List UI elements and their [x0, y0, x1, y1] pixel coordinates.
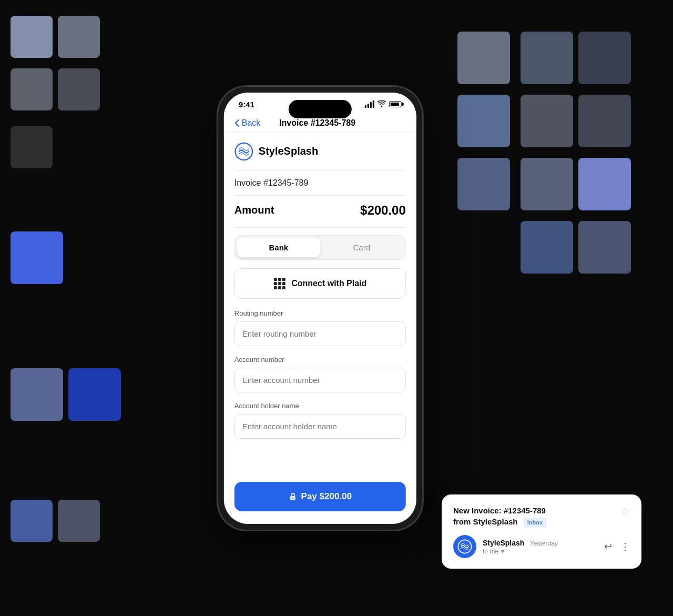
bg-square-8	[11, 500, 53, 542]
bg-square-6	[11, 368, 63, 421]
pay-button-label: Pay $200.00	[301, 491, 352, 502]
account-holder-label: Account holder name	[234, 402, 406, 410]
phone-device: 9:41	[218, 86, 423, 530]
bg-square-19	[521, 221, 573, 274]
sender-to: to me ▾	[483, 548, 598, 555]
account-number-input[interactable]	[234, 368, 406, 392]
svg-rect-7	[274, 286, 277, 289]
reply-icon[interactable]: ↩	[604, 541, 612, 552]
back-label: Back	[242, 118, 261, 128]
account-number-label: Account number	[234, 356, 406, 363]
phone-container: 9:41	[218, 86, 423, 530]
back-button[interactable]: Back	[234, 118, 261, 128]
inbox-badge: Inbox	[523, 518, 547, 528]
status-time: 9:41	[239, 100, 254, 109]
sender-info: StyleSplash Yesterday to me ▾	[483, 538, 598, 555]
star-icon[interactable]: ☆	[620, 505, 630, 518]
invoice-number: Invoice #12345-789	[234, 178, 406, 188]
plaid-icon	[273, 277, 286, 290]
bg-square-15	[578, 95, 631, 147]
svg-rect-9	[282, 286, 285, 289]
sender-avatar	[453, 535, 476, 558]
brand-name: StyleSplash	[259, 145, 318, 157]
bg-square-12	[578, 32, 631, 84]
svg-rect-1	[274, 278, 277, 281]
divider-2	[234, 195, 406, 196]
sender-logo	[457, 539, 472, 554]
email-notification-card: New Invoice: #12345-789from StyleSplash …	[442, 494, 641, 569]
bg-square-9	[58, 500, 100, 542]
svg-rect-6	[282, 282, 285, 285]
battery-icon	[389, 101, 402, 107]
bg-square-7	[68, 368, 121, 421]
lock-icon	[289, 492, 297, 501]
bg-square-16	[457, 158, 510, 210]
email-header: New Invoice: #12345-789from StyleSplash …	[453, 505, 630, 528]
svg-rect-5	[278, 282, 281, 285]
plaid-button-label: Connect with Plaid	[291, 279, 366, 288]
nav-title: Invoice #12345-789	[260, 118, 374, 128]
tab-bank[interactable]: Bank	[237, 238, 320, 257]
bg-square-0	[11, 16, 53, 58]
sender-time: Yesterday	[530, 540, 558, 547]
more-icon[interactable]: ⋮	[620, 541, 630, 552]
email-subject-wrapper: New Invoice: #12345-789from StyleSplash …	[453, 505, 552, 528]
bg-square-11	[521, 32, 573, 84]
plaid-connect-button[interactable]: Connect with Plaid	[234, 268, 406, 299]
bg-square-10	[457, 32, 510, 84]
bg-square-20	[578, 221, 631, 274]
bg-square-4	[11, 126, 53, 168]
wifi-icon	[378, 100, 386, 108]
bg-square-5	[11, 231, 63, 284]
payment-tabs: Bank Card	[234, 235, 406, 260]
divider-3	[234, 227, 406, 228]
email-subject: New Invoice: #12345-789from StyleSplash …	[453, 506, 547, 526]
routing-number-label: Routing number	[234, 309, 406, 317]
screen-content: StyleSplash Invoice #12345-789 Amount $2…	[224, 132, 416, 489]
email-actions: ↩ ⋮	[604, 541, 630, 552]
svg-rect-3	[282, 278, 285, 281]
phone-screen: 9:41	[224, 93, 416, 524]
bg-square-14	[521, 95, 573, 147]
pay-button[interactable]: Pay $200.00	[234, 482, 406, 511]
svg-rect-2	[278, 278, 281, 281]
bg-square-17	[521, 158, 573, 210]
bg-square-2	[11, 68, 53, 110]
bg-square-18	[578, 158, 631, 210]
account-holder-input[interactable]	[234, 414, 406, 439]
signal-icon	[365, 100, 374, 108]
svg-rect-8	[278, 286, 281, 289]
amount-label: Amount	[234, 204, 274, 216]
amount-value: $200.00	[360, 203, 406, 218]
divider-1	[234, 170, 406, 171]
brand-section: StyleSplash	[234, 142, 406, 161]
bg-square-3	[58, 68, 100, 110]
tab-card[interactable]: Card	[320, 238, 403, 257]
amount-row: Amount $200.00	[234, 203, 406, 218]
status-icons	[365, 100, 402, 108]
svg-point-11	[292, 497, 293, 498]
sender-name-row: StyleSplash Yesterday	[483, 538, 598, 548]
bg-square-1	[58, 16, 100, 58]
bg-square-13	[457, 95, 510, 147]
routing-number-input[interactable]	[234, 321, 406, 346]
svg-rect-4	[274, 282, 277, 285]
sender-name: StyleSplash	[483, 539, 524, 547]
brand-logo	[234, 142, 253, 161]
email-sender-row: StyleSplash Yesterday to me ▾ ↩ ⋮	[453, 535, 630, 558]
dynamic-island	[289, 100, 352, 118]
